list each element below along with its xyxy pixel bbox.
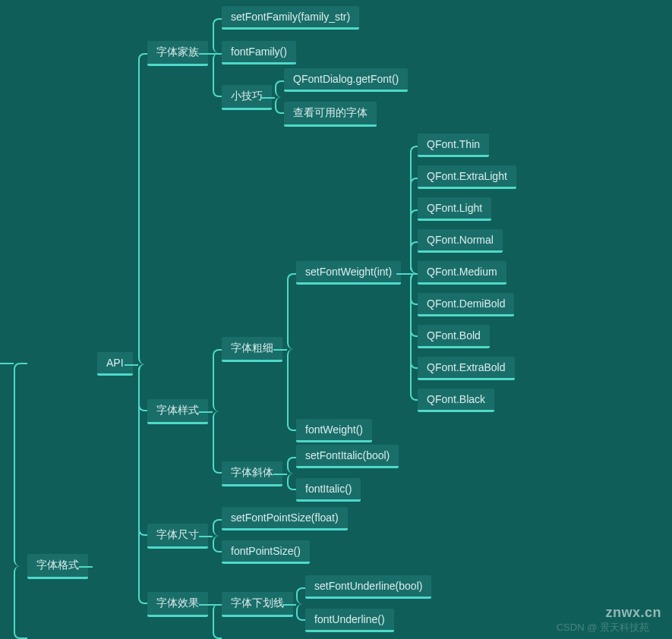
- node-font-underline-fn[interactable]: fontUnderline(): [305, 609, 394, 632]
- node-qfont-black[interactable]: QFont.Black: [418, 389, 494, 412]
- connector: [273, 349, 287, 351]
- node-view-fonts[interactable]: 查看可用的字体: [284, 102, 377, 127]
- connector: [199, 536, 213, 537]
- connector: [296, 604, 305, 621]
- node-set-font-family[interactable]: setFontFamily(family_str): [222, 6, 359, 30]
- connector: [261, 97, 275, 99]
- node-getfont[interactable]: QFontDialog.getFont(): [284, 68, 408, 92]
- connector: [410, 241, 418, 273]
- connector: [138, 364, 147, 604]
- connector: [199, 411, 213, 413]
- connector: [125, 364, 138, 366]
- connector: [199, 604, 213, 606]
- node-font-italic-fn[interactable]: fontItalic(): [296, 478, 361, 502]
- node-qfont-bold[interactable]: QFont.Bold: [418, 325, 490, 348]
- connector: [287, 349, 296, 431]
- connector: [0, 363, 14, 364]
- connector: [275, 97, 284, 114]
- node-qfont-thin[interactable]: QFont.Thin: [418, 134, 489, 157]
- connector: [287, 457, 296, 474]
- connector: [296, 587, 305, 604]
- node-set-font-point-size[interactable]: setFontPointSize(float): [222, 507, 348, 530]
- connector: [213, 53, 222, 97]
- connector: [410, 273, 418, 401]
- node-font-family-fn[interactable]: fontFamily(): [222, 41, 296, 65]
- connector: [138, 53, 147, 364]
- node-qfont-extrabold[interactable]: QFont.ExtraBold: [418, 357, 515, 380]
- node-qfont-light[interactable]: QFont.Light: [418, 197, 491, 221]
- connector: [14, 363, 27, 566]
- node-qfont-demibold[interactable]: QFont.DemiBold: [418, 293, 514, 316]
- connector: [213, 53, 222, 55]
- connector: [213, 604, 222, 606]
- connector: [273, 474, 287, 475]
- node-font-point-size[interactable]: fontPointSize(): [222, 540, 310, 564]
- connector: [213, 536, 222, 552]
- connector: [287, 273, 296, 349]
- node-set-font-underline[interactable]: setFontUnderline(bool): [305, 575, 431, 599]
- connector: [287, 474, 296, 490]
- watermark-site: znwx.cn: [605, 605, 661, 621]
- mindmap-canvas: 字体格式 API 字体家族 setFontFamily(family_str) …: [0, 0, 672, 639]
- node-qfont-extralight[interactable]: QFont.ExtraLight: [418, 165, 516, 189]
- connector: [282, 604, 296, 606]
- connector: [199, 53, 213, 55]
- connector: [79, 566, 93, 568]
- connector: [275, 80, 284, 97]
- connector: [396, 273, 410, 275]
- connector: [213, 411, 222, 474]
- connector: [213, 18, 222, 53]
- node-set-font-weight[interactable]: setFontWeight(int): [296, 261, 401, 285]
- node-font-weight-fn[interactable]: fontWeight(): [296, 419, 372, 442]
- node-qfont-medium[interactable]: QFont.Medium: [418, 261, 506, 285]
- node-set-font-italic[interactable]: setFontItalic(bool): [296, 445, 399, 468]
- watermark-credit: CSDN @ 景天科技苑: [557, 621, 649, 634]
- connector: [213, 349, 222, 411]
- connector: [213, 604, 222, 639]
- connector: [14, 566, 27, 639]
- node-qfont-normal[interactable]: QFont.Normal: [418, 229, 503, 253]
- connector: [213, 519, 222, 536]
